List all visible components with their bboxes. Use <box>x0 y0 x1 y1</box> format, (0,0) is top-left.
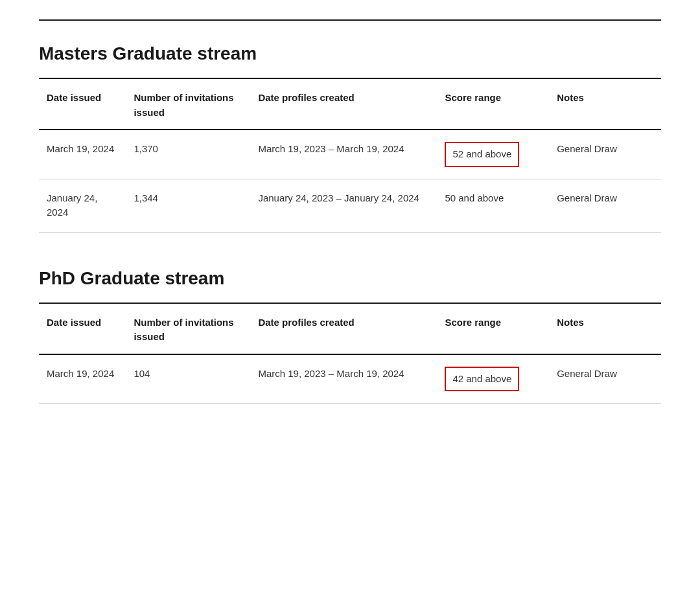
masters-table: Date issued Number of invitations issued… <box>39 79 661 233</box>
phd-title: PhD Graduate stream <box>39 265 661 292</box>
phd-score-highlighted: 42 and above <box>445 367 519 392</box>
masters-row1-date: March 19, 2024 <box>39 130 126 179</box>
masters-row1-notes: General Draw <box>549 130 661 179</box>
phd-section: PhD Graduate stream Date issued Number o… <box>39 265 661 404</box>
masters-col-date-issued: Date issued <box>39 79 126 130</box>
masters-row2-notes: General Draw <box>549 179 661 232</box>
table-row: March 19, 2024 104 March 19, 2023 – Marc… <box>39 354 661 404</box>
phd-row1-profiles: March 19, 2023 – March 19, 2024 <box>250 354 437 404</box>
masters-row2-invitations: 1,344 <box>126 179 250 232</box>
phd-col-invitations: Number of invitations issued <box>126 304 250 354</box>
masters-row1-profiles: March 19, 2023 – March 19, 2024 <box>250 130 437 179</box>
masters-row2-score: 50 and above <box>437 179 549 232</box>
masters-col-notes: Notes <box>549 79 661 130</box>
table-row: January 24, 2024 1,344 January 24, 2023 … <box>39 179 661 232</box>
masters-title: Masters Graduate stream <box>39 40 661 67</box>
phd-row1-date: March 19, 2024 <box>39 354 126 404</box>
masters-col-profiles: Date profiles created <box>250 79 437 130</box>
phd-col-score: Score range <box>437 304 549 354</box>
masters-row2-profiles: January 24, 2023 – January 24, 2024 <box>250 179 437 232</box>
masters-score-highlighted: 52 and above <box>445 142 519 167</box>
masters-col-score: Score range <box>437 79 549 130</box>
phd-row1-score: 42 and above <box>437 354 549 404</box>
masters-section: Masters Graduate stream Date issued Numb… <box>39 40 661 233</box>
table-row: March 19, 2024 1,370 March 19, 2023 – Ma… <box>39 130 661 179</box>
phd-col-profiles: Date profiles created <box>250 304 437 354</box>
phd-col-notes: Notes <box>549 304 661 354</box>
phd-table-header-row: Date issued Number of invitations issued… <box>39 304 661 354</box>
masters-row2-date: January 24, 2024 <box>39 179 126 232</box>
phd-table: Date issued Number of invitations issued… <box>39 304 661 404</box>
top-divider <box>39 19 661 21</box>
masters-col-invitations: Number of invitations issued <box>126 79 250 130</box>
phd-col-date-issued: Date issued <box>39 304 126 354</box>
masters-table-header-row: Date issued Number of invitations issued… <box>39 79 661 130</box>
masters-row1-invitations: 1,370 <box>126 130 250 179</box>
phd-row1-invitations: 104 <box>126 354 250 404</box>
phd-row1-notes: General Draw <box>549 354 661 404</box>
masters-row1-score: 52 and above <box>437 130 549 179</box>
page-container: Masters Graduate stream Date issued Numb… <box>39 19 661 404</box>
